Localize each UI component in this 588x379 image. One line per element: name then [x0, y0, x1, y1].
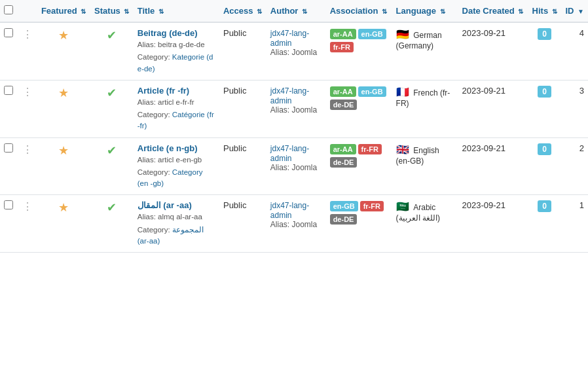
status-icon[interactable]: ✔ — [107, 86, 117, 99]
id-sort-icon: ▼ — [578, 8, 584, 15]
language-cell: 🇸🇦 Arabic (اللغة العربية) — [396, 200, 454, 223]
language-flag: 🇩🇪 — [396, 28, 409, 41]
col-header-id[interactable]: ID ▼ — [561, 0, 588, 22]
author-link[interactable]: jdx47-lang-admin — [270, 144, 309, 163]
article-category: Category: Catégorie (fr -fr) — [138, 109, 215, 132]
category-link[interactable]: المجموعة (ar-aa) — [138, 226, 204, 245]
associations: ar-AAen-GBde-DE — [330, 86, 388, 111]
article-title-link[interactable]: المقال (ar -aa) — [138, 200, 192, 210]
category-link[interactable]: Kategorie (d e-de) — [138, 53, 213, 72]
status-icon[interactable]: ✔ — [107, 29, 117, 42]
article-alias: Alias: beitra g-de-de — [138, 39, 215, 50]
access-sort-icon: ⇅ — [257, 8, 262, 15]
table-row: ⋮★✔Beitrag (de-de)Alias: beitra g-de-deC… — [0, 22, 588, 80]
article-title: Article (e n-gb)Alias: articl e-en-gbCat… — [138, 143, 215, 190]
title-sort-icon: ⇅ — [158, 8, 164, 15]
association-badge[interactable]: fr-FR — [330, 42, 354, 52]
date-created-value: 2023-09-21 — [462, 86, 506, 96]
article-title-link[interactable]: Article (fr -fr) — [138, 86, 189, 96]
access-value: Public — [223, 143, 246, 153]
category-link[interactable]: Category (en -gb) — [138, 168, 203, 187]
col-header-title[interactable]: Title ⇅ — [134, 0, 219, 22]
access-value: Public — [223, 200, 246, 210]
hits-badge[interactable]: 0 — [538, 143, 551, 155]
author-link[interactable]: jdx47-lang-admin — [270, 86, 309, 105]
col-header-datecreated[interactable]: Date Created ⇅ — [458, 0, 528, 22]
article-category: Category: Category (en -gb) — [138, 167, 215, 190]
hits-badge[interactable]: 0 — [538, 86, 551, 98]
hits-badge[interactable]: 0 — [538, 200, 551, 212]
association-badge[interactable]: en-GB — [358, 86, 386, 97]
association-badge[interactable]: en-GB — [358, 29, 386, 39]
language-cell: 🇫🇷 French (fr-FR) — [396, 86, 454, 108]
drag-handle-icon[interactable]: ⋮ — [22, 201, 33, 212]
associations: en-GBfr-FRde-DE — [330, 200, 388, 225]
row-checkbox[interactable] — [4, 200, 13, 209]
association-badge[interactable]: de-DE — [330, 99, 358, 110]
access-value: Public — [223, 28, 246, 38]
drag-handle-icon[interactable]: ⋮ — [22, 29, 33, 40]
language-cell: 🇬🇧 English (en-GB) — [396, 143, 454, 166]
col-header-status[interactable]: Status ⇅ — [90, 0, 134, 22]
association-sort-icon: ⇅ — [382, 8, 387, 15]
col-header-language[interactable]: Language ⇅ — [392, 0, 458, 22]
article-title-link[interactable]: Beitrag (de-de) — [138, 28, 198, 38]
association-badge[interactable]: ar-AA — [330, 144, 356, 154]
language-flag: 🇬🇧 — [396, 143, 409, 156]
featured-icon[interactable]: ★ — [58, 201, 69, 214]
association-badge[interactable]: ar-AA — [330, 86, 356, 97]
select-all-checkbox[interactable] — [4, 5, 13, 14]
featured-icon[interactable]: ★ — [58, 29, 69, 42]
article-id: 2 — [579, 143, 584, 153]
col-header-author[interactable]: Author ⇅ — [266, 0, 326, 22]
association-badge[interactable]: fr-FR — [360, 201, 384, 211]
article-title: المقال (ar -aa)Alias: almq al-ar-aaCateg… — [138, 200, 215, 247]
author-alias: Alias: Joomla — [270, 105, 322, 115]
association-badge[interactable]: fr-FR — [358, 144, 382, 154]
row-checkbox[interactable] — [4, 143, 13, 153]
status-icon[interactable]: ✔ — [107, 201, 117, 214]
association-badge[interactable]: en-GB — [330, 201, 358, 211]
article-id: 3 — [579, 86, 584, 96]
author-link[interactable]: jdx47-lang-admin — [270, 29, 309, 48]
featured-icon[interactable]: ★ — [58, 86, 69, 99]
datecreated-sort-icon: ⇅ — [518, 8, 523, 15]
article-id: 4 — [579, 28, 584, 38]
article-alias: Alias: articl e-en-gb — [138, 154, 215, 166]
drag-handle-icon[interactable]: ⋮ — [22, 86, 33, 98]
associations: ar-AAen-GBfr-FR — [330, 28, 388, 53]
association-badge[interactable]: ar-AA — [330, 29, 356, 39]
featured-icon[interactable]: ★ — [58, 144, 69, 157]
language-flag: 🇫🇷 — [396, 86, 409, 98]
hits-sort-icon: ⇅ — [552, 8, 557, 15]
col-header-check[interactable] — [0, 0, 18, 22]
articles-table: Featured ⇅ Status ⇅ Title ⇅ Access ⇅ Aut… — [0, 0, 588, 253]
date-created-value: 2023-09-21 — [462, 200, 506, 210]
col-header-featured[interactable]: Featured ⇅ — [37, 0, 90, 22]
author-alias: Alias: Joomla — [270, 163, 322, 172]
author-link[interactable]: jdx47-lang-admin — [270, 201, 309, 220]
col-header-hits[interactable]: Hits ⇅ — [528, 0, 561, 22]
col-header-drag — [18, 0, 37, 22]
language-sort-icon: ⇅ — [440, 8, 445, 15]
status-icon[interactable]: ✔ — [107, 144, 117, 157]
article-title-link[interactable]: Article (e n-gb) — [138, 143, 198, 153]
association-badge[interactable]: de-DE — [330, 214, 358, 225]
associations: ar-AAfr-FRde-DE — [330, 143, 388, 168]
col-header-association[interactable]: Association ⇅ — [326, 0, 392, 22]
category-link[interactable]: Catégorie (fr -fr) — [138, 111, 214, 130]
article-alias: Alias: almq al-ar-aa — [138, 211, 215, 223]
association-badge[interactable]: de-DE — [330, 157, 358, 168]
col-header-access[interactable]: Access ⇅ — [219, 0, 266, 22]
table-header: Featured ⇅ Status ⇅ Title ⇅ Access ⇅ Aut… — [0, 0, 588, 22]
article-id: 1 — [579, 200, 584, 210]
article-title: Article (fr -fr)Alias: articl e-fr-frCat… — [138, 86, 215, 132]
row-checkbox[interactable] — [4, 28, 13, 37]
author-alias: Alias: Joomla — [270, 48, 322, 57]
status-sort-icon: ⇅ — [124, 8, 129, 15]
row-checkbox[interactable] — [4, 86, 13, 95]
drag-handle-icon[interactable]: ⋮ — [22, 144, 33, 155]
hits-badge[interactable]: 0 — [538, 28, 551, 40]
language-cell: 🇩🇪 German (Germany) — [396, 28, 454, 50]
article-title: Beitrag (de-de)Alias: beitra g-de-deCate… — [138, 28, 215, 75]
